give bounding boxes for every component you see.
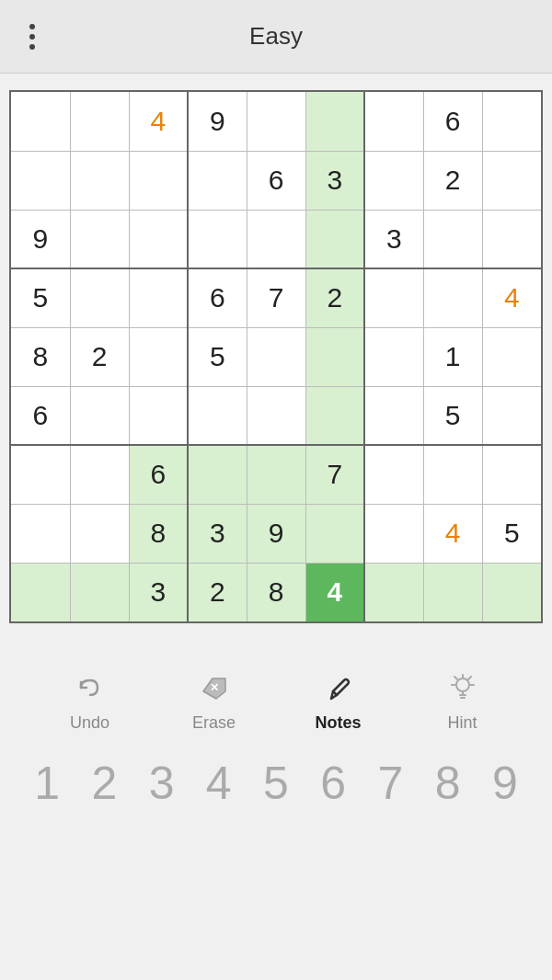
grid-cell[interactable] [423,445,482,504]
grid-cell[interactable]: 4 [129,92,188,151]
grid-cell[interactable] [364,504,423,563]
grid-cell[interactable]: 6 [129,445,188,504]
grid-cell[interactable] [482,151,541,210]
grid-cell[interactable]: 4 [482,268,541,327]
grid-cell[interactable] [482,327,541,386]
numpad-button-6[interactable]: 6 [307,760,359,806]
grid-cell[interactable] [364,327,423,386]
grid-cell[interactable] [305,386,364,445]
grid-cell[interactable] [129,210,188,268]
grid-cell[interactable]: 2 [188,563,247,621]
grid-cell[interactable] [247,386,305,445]
grid-cell[interactable]: 5 [423,386,482,445]
grid-cell[interactable] [364,445,423,504]
cell-value: 6 [32,400,48,430]
grid-cell[interactable] [70,386,129,445]
grid-cell[interactable]: 7 [305,445,364,504]
sudoku-grid[interactable]: 496632935672482516567839453284 [11,92,541,621]
grid-cell[interactable] [423,563,482,621]
grid-cell[interactable] [364,563,423,621]
grid-cell[interactable] [11,504,70,563]
hint-button[interactable]: Hint [426,667,500,733]
grid-cell[interactable]: 5 [482,504,541,563]
grid-cell[interactable] [70,563,129,621]
grid-cell[interactable]: 2 [423,151,482,210]
grid-cell[interactable] [188,386,247,445]
grid-cell[interactable] [423,268,482,327]
grid-cell[interactable]: 9 [188,92,247,151]
erase-button[interactable]: ✕ Erase [178,667,251,733]
grid-cell[interactable] [11,92,70,151]
grid-cell[interactable] [305,210,364,268]
grid-cell[interactable]: 9 [247,504,305,563]
grid-cell[interactable] [11,151,70,210]
grid-cell[interactable]: 1 [423,327,482,386]
grid-cell[interactable]: 3 [129,563,188,621]
grid-cell[interactable] [188,151,247,210]
grid-cell[interactable]: 3 [305,151,364,210]
grid-cell[interactable]: 4 [305,563,364,621]
grid-cell[interactable]: 6 [188,268,247,327]
cell-value: 3 [210,518,225,548]
numpad-button-4[interactable]: 4 [193,760,245,806]
grid-cell[interactable]: 5 [188,327,247,386]
grid-cell[interactable] [482,563,541,621]
grid-cell[interactable]: 6 [11,386,70,445]
grid-cell[interactable] [482,386,541,445]
grid-cell[interactable] [247,92,305,151]
undo-button[interactable]: Undo [53,667,127,733]
grid-cell[interactable]: 8 [129,504,188,563]
menu-button[interactable] [22,17,42,57]
grid-cell[interactable] [70,445,129,504]
grid-cell[interactable] [364,386,423,445]
grid-cell[interactable]: 3 [364,210,423,268]
grid-cell[interactable]: 7 [247,268,305,327]
numpad-button-8[interactable]: 8 [422,760,474,806]
grid-cell[interactable]: 6 [247,151,305,210]
grid-cell[interactable]: 2 [70,327,129,386]
grid-cell[interactable]: 9 [11,210,70,268]
grid-cell[interactable]: 4 [423,504,482,563]
numpad-button-3[interactable]: 3 [136,760,188,806]
grid-cell[interactable] [188,210,247,268]
grid-cell[interactable] [11,563,70,621]
grid-cell[interactable] [305,327,364,386]
grid-cell[interactable] [70,151,129,210]
grid-cell[interactable] [247,210,305,268]
grid-cell[interactable] [129,268,188,327]
grid-cell[interactable] [482,210,541,268]
grid-cell[interactable]: 5 [11,268,70,327]
grid-cell[interactable] [70,92,129,151]
grid-cell[interactable]: 8 [11,327,70,386]
numpad-button-5[interactable]: 5 [250,760,302,806]
grid-cell[interactable]: 2 [305,268,364,327]
grid-cell[interactable] [70,268,129,327]
grid-cell[interactable] [364,151,423,210]
grid-cell[interactable]: 3 [188,504,247,563]
grid-cell[interactable] [482,445,541,504]
grid-cell[interactable] [70,504,129,563]
grid-cell[interactable] [129,327,188,386]
numpad-button-2[interactable]: 2 [78,760,130,806]
grid-cell[interactable] [247,445,305,504]
grid-cell[interactable] [482,92,541,151]
cell-value: 7 [269,282,284,313]
grid-cell[interactable] [188,445,247,504]
notes-button[interactable]: Notes [302,667,375,733]
grid-cell[interactable] [70,210,129,268]
grid-cell[interactable] [305,92,364,151]
grid-cell[interactable] [129,151,188,210]
grid-cell[interactable]: 8 [247,563,305,621]
grid-cell[interactable] [11,445,70,504]
grid-cell[interactable] [423,210,482,268]
grid-cell[interactable] [364,268,423,327]
grid-cell[interactable] [305,504,364,563]
numpad-button-9[interactable]: 9 [479,760,531,806]
grid-cell[interactable]: 6 [423,92,482,151]
numpad-button-1[interactable]: 1 [21,760,73,806]
grid-row: 56724 [11,268,541,327]
grid-cell[interactable] [247,327,305,386]
grid-cell[interactable] [364,92,423,151]
grid-cell[interactable] [129,386,188,445]
numpad-button-7[interactable]: 7 [364,760,416,806]
